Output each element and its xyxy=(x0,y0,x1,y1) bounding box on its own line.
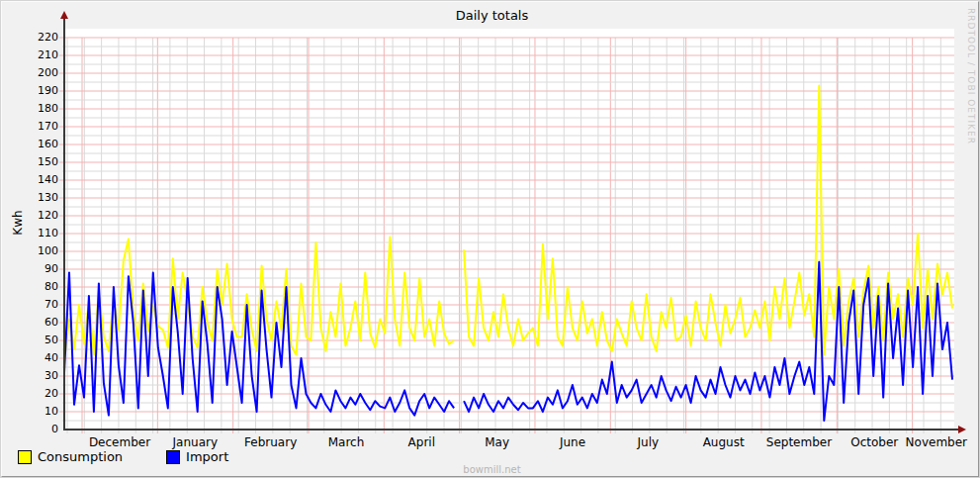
y-tick-label: 70 xyxy=(15,299,58,311)
y-tick-label: 220 xyxy=(15,32,58,44)
rrdtool-graph-window: Daily totals Kwh 01020304050607080901001… xyxy=(0,0,980,478)
rrdtool-credit-text: RRDTOOL / TOBI OETIKER xyxy=(966,8,976,265)
consumption-legend-label: Consumption xyxy=(38,449,123,464)
y-tick-label: 60 xyxy=(15,317,58,329)
y-tick-label: 130 xyxy=(15,192,58,204)
y-tick-label: 50 xyxy=(15,335,58,346)
y-tick-label: 140 xyxy=(15,174,58,186)
y-tick-label: 210 xyxy=(15,49,58,61)
y-tick-label: 80 xyxy=(15,281,58,293)
y-tick-label: 150 xyxy=(15,156,58,168)
y-tick-label: 110 xyxy=(15,228,58,239)
y-tick-label: 200 xyxy=(15,67,58,79)
import-color-swatch xyxy=(166,450,180,464)
y-tick-label: 30 xyxy=(15,370,58,382)
y-tick-label: 180 xyxy=(15,103,58,115)
month-label-november: November xyxy=(892,435,980,449)
import-legend-label: Import xyxy=(186,449,228,464)
y-tick-label: 90 xyxy=(15,263,58,275)
chart-legend: Consumption Import xyxy=(18,449,228,464)
y-tick-label: 170 xyxy=(15,121,58,133)
y-tick-label: 20 xyxy=(15,388,58,400)
y-tick-label: 0 xyxy=(15,424,58,435)
consumption-color-swatch xyxy=(18,450,32,464)
y-tick-label: 160 xyxy=(15,139,58,150)
watermark: bowmill.net xyxy=(2,464,980,475)
chart-canvas xyxy=(56,7,968,454)
y-tick-label: 100 xyxy=(15,245,58,257)
y-tick-label: 40 xyxy=(15,352,58,364)
y-tick-label: 120 xyxy=(15,210,58,222)
y-tick-label: 190 xyxy=(15,85,58,97)
y-tick-label: 10 xyxy=(15,406,58,418)
